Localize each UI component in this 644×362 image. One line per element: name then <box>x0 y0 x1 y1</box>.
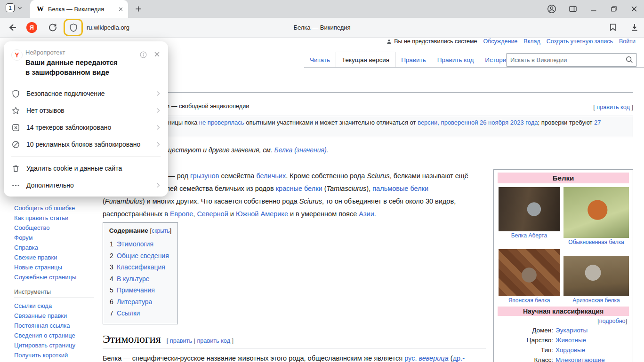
sidebar-link[interactable]: Форум <box>14 233 97 243</box>
inline-link[interactable]: подробно <box>599 318 626 324</box>
toc-link[interactable]: Литература <box>117 298 152 306</box>
image-caption-link[interactable]: Обыкновенная белка <box>564 239 629 245</box>
image-caption-link[interactable]: Белка Аберта <box>499 233 560 239</box>
popup-item-trackers[interactable]: 14 трекеров заблокировано <box>4 119 168 136</box>
toc-number: 7 <box>110 307 117 319</box>
page-view-tabs: Читать Текущая версия Править Править ко… <box>304 52 515 68</box>
popup-header: Y Нейропротект Ваши данные передаются в … <box>4 41 168 79</box>
inline-link[interactable]: др.- <box>453 354 465 362</box>
active-tab[interactable]: W Белка — Википедия <box>30 0 128 18</box>
classification-details-link: [подробно] <box>498 316 629 325</box>
sidebar-link[interactable]: Сведения о странице <box>14 331 97 340</box>
wiki-search <box>506 53 637 67</box>
popup-item-more[interactable]: Дополнительно <box>4 177 168 194</box>
star-icon <box>11 106 23 115</box>
close-icon[interactable] <box>153 51 161 58</box>
squirrel-image-red[interactable] <box>564 187 629 238</box>
popup-item-secure-connection[interactable]: Безопасное подключение <box>4 85 168 102</box>
sidebar-link[interactable]: Служебные страницы <box>14 272 97 282</box>
view-tab-edit-source[interactable]: Править код <box>432 52 480 68</box>
sidebar-link[interactable]: Цитировать страницу <box>14 340 97 350</box>
tab-counter-button[interactable]: 1 <box>6 3 23 12</box>
popup-item-reviews[interactable]: Нет отзывов <box>4 102 168 119</box>
sidebar-link[interactable]: Ссылки сюда <box>14 301 97 311</box>
link-login[interactable]: Войти <box>619 38 636 45</box>
toc-link[interactable]: Ссылки <box>117 309 140 317</box>
popup-item-adblock[interactable]: 10 рекламных блоков заблокировано <box>4 136 168 153</box>
inline-link[interactable]: 27 <box>594 119 601 126</box>
inline-link[interactable]: рус. <box>404 354 417 362</box>
inline-link[interactable]: скрыть <box>152 228 169 234</box>
shield-icon[interactable] <box>69 23 78 32</box>
inline-link[interactable]: Южной Америке <box>236 210 288 218</box>
new-tab-icon[interactable] <box>135 5 142 13</box>
squirrel-image-abert[interactable] <box>499 187 560 231</box>
inline-link[interactable]: пальмовые белки <box>372 185 428 192</box>
sidebar-link[interactable]: Связанные правки <box>14 311 97 321</box>
side-panel-icon[interactable] <box>568 4 578 14</box>
inline-link[interactable]: править код <box>197 338 230 344</box>
inline-text: Sciurus <box>299 197 322 205</box>
toc-link[interactable]: Этимология <box>117 240 153 248</box>
view-tab-read[interactable]: Читать <box>304 52 336 68</box>
image-caption-link[interactable]: Японская белка <box>499 298 560 304</box>
download-icon[interactable] <box>630 23 639 32</box>
inline-link[interactable]: красные белки <box>276 185 322 192</box>
view-tab-current-version[interactable]: Текущая версия <box>336 52 395 68</box>
avatar-icon[interactable] <box>547 4 556 14</box>
taxonomy-link[interactable]: Эукариоты <box>555 325 588 335</box>
magnifier-icon[interactable] <box>625 55 634 64</box>
toc-link[interactable]: Примечания <box>117 286 155 294</box>
window-close-icon[interactable] <box>630 5 638 13</box>
taxonomy-link[interactable]: Хордовые <box>555 345 585 355</box>
sidebar-link[interactable]: Постоянная ссылка <box>14 321 97 331</box>
squirrel-image-arizona[interactable] <box>564 256 629 296</box>
toc-link[interactable]: Классификация <box>117 263 165 271</box>
squirrel-image-japanese[interactable] <box>499 249 560 296</box>
toc-link[interactable]: Общие сведения <box>117 252 169 260</box>
sidebar-link[interactable]: Получить короткий <box>14 350 97 360</box>
inline-link[interactable]: Северной <box>197 210 228 218</box>
link-contributions[interactable]: Вклад <box>523 38 540 45</box>
inline-link[interactable]: Белка (значения) <box>274 146 327 154</box>
sidebar-link[interactable]: Справка <box>14 243 97 252</box>
popup-divider <box>11 156 161 157</box>
address-url[interactable]: ru.wikipedia.org <box>87 24 129 31</box>
view-tab-edit[interactable]: Править <box>395 52 432 68</box>
bookmark-icon[interactable] <box>608 23 618 32</box>
chevron-down-icon <box>17 5 23 11</box>
inline-link[interactable]: версии, проверенной 26 ноября 2023 года <box>418 119 538 126</box>
inline-link[interactable]: Азии <box>359 210 374 218</box>
tab-title: Белка — Википедия <box>48 6 114 13</box>
toc-link[interactable]: В культуре <box>117 275 150 283</box>
inline-link[interactable]: грызунов <box>190 172 219 180</box>
popup-item-label: Безопасное подключение <box>26 90 155 97</box>
back-arrow-icon[interactable] <box>8 23 17 32</box>
taxonomy-link[interactable]: Млекопитающие <box>555 355 605 362</box>
sidebar-link[interactable]: Свежие правки <box>14 252 97 262</box>
yandex-icon[interactable]: Я <box>26 22 37 33</box>
inline-link[interactable]: веверица <box>419 354 449 362</box>
sidebar-link[interactable]: Сообщить об ошибке <box>14 203 97 213</box>
inline-link[interactable]: беличьих <box>256 172 286 180</box>
inline-text: . Кроме собственно рода <box>286 172 367 180</box>
inline-link[interactable]: не проверялась <box>199 119 244 126</box>
restore-icon[interactable] <box>610 5 618 13</box>
popup-item-clear-cookies[interactable]: Удалить cookie и данные сайта <box>4 160 168 177</box>
link-create-account[interactable]: Создать учетную запись <box>547 38 613 45</box>
sidebar-link[interactable]: Новые страницы <box>14 262 97 272</box>
search-input[interactable] <box>506 53 637 67</box>
info-icon[interactable] <box>139 51 147 59</box>
inline-link[interactable]: править код <box>596 104 630 110</box>
refresh-icon[interactable] <box>48 23 57 32</box>
image-caption-link[interactable]: Аризонская белка <box>564 298 629 304</box>
tab-close-icon[interactable] <box>118 7 123 12</box>
inline-link[interactable]: Европе <box>170 210 193 218</box>
sidebar-link[interactable]: Сообщество <box>14 223 97 233</box>
inline-text: Funambulus <box>105 197 143 205</box>
minimize-icon[interactable] <box>589 5 598 13</box>
inline-link[interactable]: править <box>170 338 192 344</box>
taxonomy-link[interactable]: Животные <box>555 335 586 345</box>
sidebar-link[interactable]: Как править статьи <box>14 213 97 223</box>
link-discussion[interactable]: Обсуждение <box>483 38 517 45</box>
